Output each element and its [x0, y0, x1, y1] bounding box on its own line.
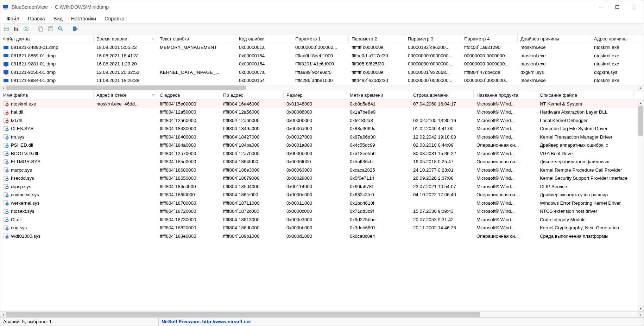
dump-list-rows: 081821-24890-01.dmp18.08.2021 5:55:22MEM… — [0, 43, 644, 85]
dump-cell: 0x0000007a — [236, 70, 292, 75]
bot-vscroll[interactable]: ▴ ▾ — [638, 100, 644, 312]
scroll-right-icon[interactable]: ▸ — [638, 85, 644, 91]
module-header-col0[interactable]: Имя файла — [0, 91, 94, 100]
tb-save-icon[interactable] — [12, 25, 20, 33]
scroll-down-icon[interactable]: ▾ — [638, 305, 644, 311]
module-header-col6[interactable]: Строка времени — [410, 91, 474, 100]
scroll-left-icon[interactable]: ◂ — [0, 312, 6, 318]
menu-view[interactable]: Вид — [49, 15, 67, 23]
tb-properties-icon[interactable] — [47, 25, 55, 33]
close-button[interactable] — [625, 2, 642, 12]
top-hscroll[interactable]: ◂ ▸ — [0, 85, 644, 91]
tb-copy-icon[interactable] — [37, 25, 45, 33]
module-cell: 30.03.2081 15:36:22 — [410, 151, 474, 156]
minimize-button[interactable] — [593, 2, 609, 12]
svg-rect-87 — [7, 212, 7, 213]
dump-header-col6[interactable]: Параметр 3 — [405, 34, 461, 43]
svg-rect-18 — [49, 30, 51, 30]
module-cell: 0x3ddb6801 — [347, 225, 410, 230]
dump-row[interactable]: 081621-9281-01.dmp16.08.2021 1:29:200x00… — [0, 60, 644, 68]
module-row[interactable]: hal.dllfffff804`12a50000fffff804`12a5600… — [0, 108, 644, 116]
dump-header-col0[interactable]: Файл дампа — [0, 34, 94, 43]
module-cell: Code Integrity Module — [537, 217, 634, 222]
module-row[interactable]: ksecdd.sysfffff804`18650000fffff804`1867… — [0, 174, 644, 183]
dump-header-col8[interactable]: Драйвер причины — [518, 34, 591, 43]
module-cell: Microsoft® Wind... — [474, 217, 537, 222]
dump-row[interactable]: 081621-8859-01.dmp16.08.2021 18:41:310x0… — [0, 52, 644, 60]
dump-header-col7[interactable]: Параметр 4 — [461, 34, 518, 43]
module-header-col1[interactable]: Адрес в стеке▽ — [94, 91, 157, 100]
dump-row[interactable]: 081821-24890-01.dmp18.08.2021 5:55:22MEM… — [0, 43, 644, 52]
module-row[interactable]: FLTMGR.SYSfffff804`185e0000fffff804`1864… — [0, 158, 644, 166]
module-row-icon — [3, 175, 9, 181]
module-row[interactable]: ntosext.sysfffff804`18720000fffff804`187… — [0, 207, 644, 216]
dump-row[interactable]: 081121-8984-01.dmp11.08.2021 18:26:380x0… — [0, 76, 644, 85]
status-text: Аварий: 5, выбрано: 1 — [0, 318, 159, 326]
module-row[interactable]: werkernel.sysfffff804`18700000fffff804`1… — [0, 199, 644, 207]
module-cell: fffff804`1872c000 — [220, 209, 284, 214]
tb-open-icon[interactable] — [2, 25, 10, 33]
dump-cell: ntoskrnl.exe — [518, 45, 591, 50]
maximize-button[interactable] — [609, 2, 625, 12]
titlebar: BlueScreenView - C:\WINDOWS\Minidump — [0, 0, 644, 14]
menu-settings[interactable]: Настройки — [67, 15, 100, 23]
dump-cell: ntoskrnl.exe — [591, 45, 633, 50]
module-row[interactable]: CI.dllfffff804`18730000fffff804`18813000… — [0, 216, 644, 224]
dump-header-col1[interactable]: Время аварии▽ — [94, 34, 157, 43]
dump-header-col2[interactable]: Текст ошибки — [157, 34, 236, 43]
module-row[interactable]: cng.sysfffff804`18820000fffff804`188db00… — [0, 224, 644, 232]
svg-rect-16 — [49, 27, 52, 28]
module-row[interactable]: kd.dllfffff804`12a60000fffff804`12a6b000… — [0, 116, 644, 125]
module-cell: 0xcaca2825 — [347, 167, 410, 173]
module-header-col7[interactable]: Название продукта — [474, 91, 537, 100]
module-row[interactable]: CLFS.SYSfffff804`18430000fffff804`1849a0… — [0, 124, 644, 133]
dump-header-col5[interactable]: Параметр 2 — [349, 34, 405, 43]
module-cell: 0x4c55dc99 — [347, 142, 410, 148]
tb-exit-icon[interactable] — [71, 25, 79, 33]
module-row[interactable]: tm.sysfffff804`18400000fffff804`18427000… — [0, 133, 644, 141]
dump-cell: 00000001`932668... — [405, 70, 461, 75]
dump-row[interactable]: 081221-9250-01.dmp12.08.2021 20:32:52KER… — [0, 68, 644, 77]
module-cell: PSHED.dll — [0, 142, 94, 148]
tb-refresh-icon[interactable] — [22, 25, 30, 33]
module-row[interactable]: msrpc.sysfffff804`18680000fffff804`186e3… — [0, 166, 644, 174]
scroll-up-icon[interactable]: ▴ — [638, 100, 644, 106]
module-header-col5[interactable]: Метка времени — [347, 91, 410, 100]
dump-header-col3[interactable]: Код ошибки — [236, 34, 292, 43]
dump-row-icon — [3, 53, 9, 58]
module-cell: Microsoft® Wind... — [474, 134, 537, 140]
module-row[interactable]: Wdf01000.sysfffff804`188e0000fffff804`18… — [0, 232, 644, 241]
bot-hscroll[interactable]: ◂ ▸ — [0, 311, 644, 317]
scroll-right-icon[interactable]: ▸ — [638, 312, 644, 318]
module-cell: 0x0001a000 — [284, 142, 347, 148]
menu-help[interactable]: Справка — [100, 15, 129, 23]
dump-cell: 0x00000154 — [236, 53, 292, 58]
svg-rect-63 — [7, 162, 7, 164]
module-cell: 0x01046000 — [284, 101, 347, 107]
module-cell: 0xb8d5e641 — [347, 101, 410, 107]
menu-edit[interactable]: Правка — [24, 15, 49, 23]
tb-find-icon[interactable] — [57, 25, 64, 33]
module-cell: VGA Boot Driver — [537, 151, 634, 156]
module-row[interactable]: ntoskrnl.exentoskrnl.exe+46dd...fffff804… — [0, 100, 644, 108]
module-row[interactable]: clipsp.sysfffff804`184c0000fffff804`185d… — [0, 183, 644, 191]
module-cell: fffff804`184c0000 — [157, 184, 220, 189]
scroll-left-icon[interactable]: ◂ — [0, 85, 6, 91]
module-cell: 0x0006f000 — [284, 159, 347, 164]
module-cell: Операционная си... — [474, 159, 537, 164]
dump-header-col9[interactable]: Адрес причины — [591, 34, 633, 43]
module-cell: 02.08.2010 0:44:09 — [410, 142, 474, 148]
dump-header-col4[interactable]: Параметр 1 — [292, 34, 349, 43]
module-cell: fffff804`18720000 — [157, 209, 220, 214]
module-header-col8[interactable]: Описание файла — [537, 91, 634, 100]
module-row[interactable]: cmimcext.sysfffff804`186f0000fffff804`18… — [0, 191, 644, 199]
module-row[interactable]: PSHED.dllfffff804`184a0000fffff804`184ba… — [0, 141, 644, 149]
svg-rect-31 — [5, 83, 7, 83]
menu-file[interactable]: Файл — [2, 15, 24, 23]
module-header-col2[interactable]: С адреса — [157, 91, 220, 100]
module-header-col4[interactable]: Размер — [284, 91, 347, 100]
module-header-col3[interactable]: По адрес — [220, 91, 284, 100]
status-link[interactable]: NirSoft Freeware. http://www.nirsoft.net — [159, 319, 254, 324]
module-row[interactable]: BOOTVID.dllfffff804`12a70000fffff804`12a… — [0, 149, 644, 158]
svg-rect-71 — [7, 179, 7, 180]
